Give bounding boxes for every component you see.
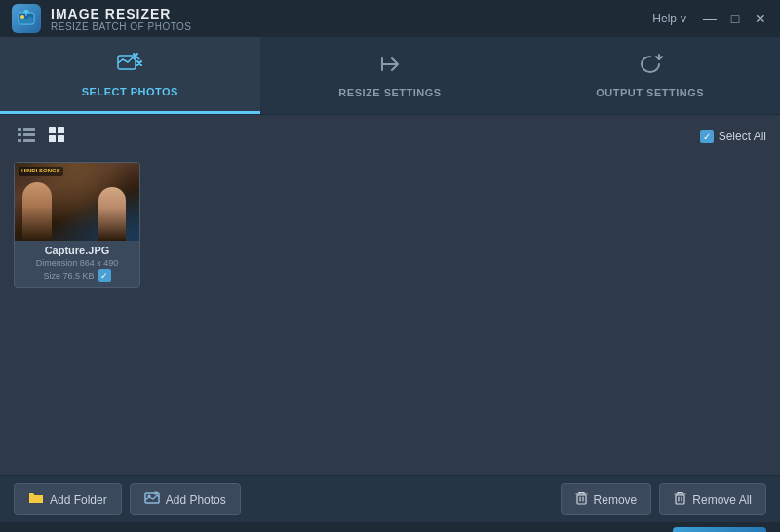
photo-dimension: Dimension 864 x 490 bbox=[15, 257, 139, 269]
photo-size: Size 76.5 KB ✓ bbox=[15, 269, 139, 282]
svg-rect-6 bbox=[23, 133, 35, 136]
status-bar: ✓ Registered Version Batch Count : 1 I B… bbox=[0, 522, 780, 532]
tab-resize-settings-label: RESIZE SETTINGS bbox=[338, 87, 441, 98]
view-toggles bbox=[14, 125, 70, 148]
tab-output-settings-label: OUTPUT SETTINGS bbox=[596, 87, 704, 98]
remove-all-icon bbox=[674, 491, 686, 508]
add-folder-label: Add Folder bbox=[50, 493, 107, 507]
tab-select-photos[interactable]: SELECT PHOTOS bbox=[0, 37, 260, 114]
select-photos-icon bbox=[116, 52, 143, 80]
tab-select-photos-label: SELECT PHOTOS bbox=[82, 86, 178, 97]
list-view-button[interactable] bbox=[14, 125, 39, 148]
svg-rect-16 bbox=[676, 495, 684, 504]
help-label: Help bbox=[652, 12, 677, 25]
remove-all-button[interactable]: Remove All bbox=[659, 483, 766, 515]
title-bar-left: IMAGE RESIZER RESIZE BATCH OF PHOTOS bbox=[12, 4, 192, 33]
photos-grid: HINDI SONGS Capture.JPG Dimension 864 x … bbox=[14, 158, 766, 292]
photo-item[interactable]: HINDI SONGS Capture.JPG Dimension 864 x … bbox=[14, 162, 140, 288]
photo-thumbnail: HINDI SONGS bbox=[15, 163, 139, 241]
svg-rect-7 bbox=[18, 139, 21, 142]
svg-rect-5 bbox=[18, 133, 21, 136]
resize-settings-icon bbox=[376, 53, 404, 81]
select-all-checkbox[interactable]: ✓ bbox=[700, 130, 714, 143]
add-folder-icon bbox=[28, 491, 44, 508]
add-folder-button[interactable]: Add Folder bbox=[14, 483, 122, 515]
grid-view-button[interactable] bbox=[45, 125, 70, 148]
svg-rect-10 bbox=[58, 127, 64, 133]
app-logo bbox=[12, 4, 41, 33]
title-bar-right: Help v — □ ✕ bbox=[652, 11, 768, 26]
remove-all-label: Remove All bbox=[692, 493, 752, 507]
svg-rect-8 bbox=[23, 139, 35, 142]
tab-output-settings[interactable]: OUTPUT SETTINGS bbox=[520, 37, 780, 114]
svg-rect-4 bbox=[23, 128, 35, 131]
svg-rect-9 bbox=[49, 127, 56, 133]
svg-rect-11 bbox=[49, 135, 56, 142]
help-button[interactable]: Help v bbox=[652, 12, 686, 25]
action-bar: Add Folder Add Photos Remove bbox=[0, 475, 780, 522]
photo-overlay-text: HINDI SONGS bbox=[19, 167, 63, 176]
tab-bar: SELECT PHOTOS RESIZE SETTINGS OUTPUT SET… bbox=[0, 37, 780, 115]
svg-point-1 bbox=[20, 15, 24, 19]
select-all-control[interactable]: ✓ Select All bbox=[700, 130, 766, 143]
minimize-button[interactable]: — bbox=[702, 11, 718, 26]
title-text: IMAGE RESIZER RESIZE BATCH OF PHOTOS bbox=[51, 6, 192, 32]
close-button[interactable]: ✕ bbox=[753, 11, 768, 26]
svg-rect-12 bbox=[58, 135, 64, 142]
add-photos-label: Add Photos bbox=[166, 493, 226, 507]
content-area: ✓ Select All HINDI SONGS Capture.JPG Dim… bbox=[0, 115, 780, 475]
svg-rect-3 bbox=[18, 128, 21, 131]
svg-rect-15 bbox=[577, 495, 586, 504]
photo-name: Capture.JPG bbox=[15, 241, 139, 257]
photo-checkbox[interactable]: ✓ bbox=[98, 269, 111, 282]
window-controls: — □ ✕ bbox=[702, 11, 768, 26]
action-bar-right: Remove Remove All bbox=[561, 483, 766, 515]
select-all-label: Select All bbox=[719, 130, 766, 143]
toolbar-row: ✓ Select All bbox=[14, 125, 766, 148]
output-settings-icon bbox=[637, 53, 664, 81]
remove-label: Remove bbox=[594, 493, 638, 507]
restore-button[interactable]: □ bbox=[727, 11, 743, 26]
svg-point-14 bbox=[147, 495, 150, 498]
title-bar: IMAGE RESIZER RESIZE BATCH OF PHOTOS Hel… bbox=[0, 0, 780, 37]
app-subtitle: RESIZE BATCH OF PHOTOS bbox=[51, 21, 192, 32]
tab-resize-settings[interactable]: RESIZE SETTINGS bbox=[260, 37, 521, 114]
add-photos-button[interactable]: Add Photos bbox=[130, 483, 241, 515]
add-photos-icon bbox=[144, 491, 160, 508]
app-name: IMAGE RESIZER bbox=[51, 6, 192, 21]
remove-icon bbox=[575, 491, 588, 508]
help-arrow: v bbox=[681, 12, 686, 25]
next-button[interactable]: Next bbox=[673, 527, 766, 533]
remove-button[interactable]: Remove bbox=[561, 483, 652, 515]
